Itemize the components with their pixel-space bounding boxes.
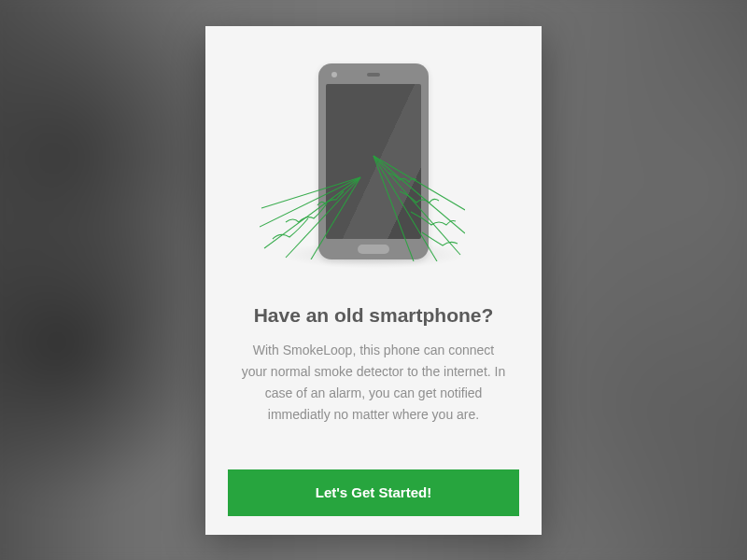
onboarding-card: Have an old smartphone? With SmokeLoop, … bbox=[205, 26, 542, 535]
card-heading: Have an old smartphone? bbox=[254, 304, 494, 327]
spiderweb-left-icon bbox=[260, 175, 362, 259]
spiderweb-right-icon bbox=[372, 154, 465, 261]
get-started-button[interactable]: Let's Get Started! bbox=[228, 469, 519, 516]
card-body-text: With SmokeLoop, this phone can connect y… bbox=[228, 340, 519, 426]
phone-illustration bbox=[243, 63, 504, 278]
